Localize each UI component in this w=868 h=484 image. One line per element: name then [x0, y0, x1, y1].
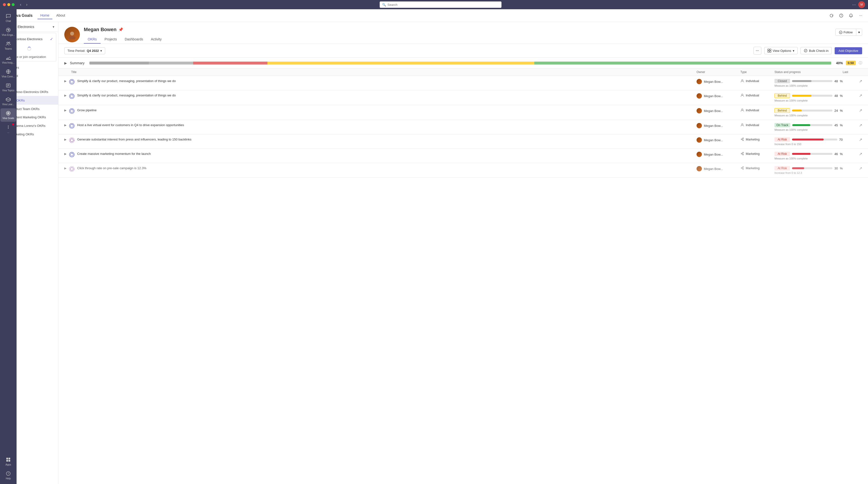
- time-period-button[interactable]: Time Period: Q4 2022 ▾: [64, 47, 105, 54]
- progress-pct: 48: [834, 94, 838, 98]
- notifications-icon[interactable]: [847, 12, 855, 19]
- tab-okrs[interactable]: OKRs: [84, 35, 101, 43]
- tab-dashboards[interactable]: Dashboards: [121, 35, 147, 43]
- okr-status: At Risk 46% Measure as 100% complete: [774, 152, 843, 160]
- okr-goal-icon: [69, 123, 75, 129]
- sidebar-item-viva-connections[interactable]: Viva Conn...: [0, 67, 16, 80]
- sidebar-item-viva-goals[interactable]: Viva Goals: [0, 108, 16, 122]
- svg-point-75: [8, 127, 9, 128]
- row-chevron[interactable]: ▶: [64, 108, 66, 112]
- sidebar-item-more[interactable]: ...: [0, 122, 16, 136]
- okr-action: ↗: [843, 137, 862, 142]
- back-button[interactable]: ‹: [19, 2, 23, 7]
- checkin-arrow[interactable]: ↗: [859, 166, 862, 171]
- bulk-checkin-button[interactable]: Bulk Check-in: [801, 47, 832, 54]
- svg-point-41: [70, 139, 73, 142]
- tab-projects[interactable]: Projects: [101, 35, 121, 43]
- okr-title-cell: ▶ Grow pipeline: [64, 108, 696, 114]
- svg-rect-80: [8, 460, 10, 461]
- checkin-arrow[interactable]: ↗: [859, 137, 862, 142]
- sidebar-item-viva-topics[interactable]: Viva Topics: [0, 80, 16, 94]
- checkin-arrow[interactable]: ↗: [859, 93, 862, 98]
- okr-owner: Megan Bow...: [696, 108, 740, 114]
- svg-point-49: [741, 153, 742, 154]
- follow-caret-button[interactable]: ▾: [856, 29, 862, 36]
- sidebar-item-chat[interactable]: Chat: [0, 11, 16, 25]
- checkin-arrow[interactable]: ↗: [859, 152, 862, 156]
- more-options-icon[interactable]: ···: [852, 2, 856, 7]
- summary-bar: [89, 62, 831, 65]
- info-icon[interactable]: ⓘ: [859, 61, 862, 65]
- header-actions: ? ···: [828, 12, 864, 19]
- svg-point-38: [70, 124, 73, 127]
- summary-chevron[interactable]: ▶: [64, 61, 67, 65]
- refresh-icon[interactable]: [828, 12, 835, 19]
- forward-button[interactable]: ›: [25, 2, 29, 7]
- search-bar[interactable]: 🔍: [380, 1, 501, 8]
- okr-goal-icon: [69, 137, 75, 143]
- sidebar-item-viva-engage[interactable]: Viva Enga...: [0, 25, 16, 38]
- okr-action: ↗: [843, 152, 862, 156]
- col-header-type: Type: [740, 70, 774, 74]
- checkin-arrow[interactable]: ↗: [859, 123, 862, 128]
- col-header-status: Status and progress: [774, 70, 843, 74]
- sidebar-item-viva-learning[interactable]: Viva Lear...: [0, 94, 16, 108]
- apps-icon: [5, 457, 11, 462]
- checkin-arrow[interactable]: ↗: [859, 108, 862, 113]
- title-bar: ‹ › 🔍 ··· M: [0, 0, 868, 9]
- chat-label: Chat: [6, 20, 11, 23]
- header-more-icon[interactable]: ···: [857, 12, 864, 19]
- row-chevron[interactable]: ▶: [64, 138, 66, 141]
- view-options-chevron: ▾: [793, 49, 795, 53]
- okr-owner: Megan Bow...: [696, 137, 740, 143]
- okr-action: ↗: [843, 166, 862, 171]
- measure-text: Increase from 0 to 12.3: [774, 171, 843, 174]
- toolbar-more-button[interactable]: ···: [753, 47, 761, 55]
- sidebar-item-teams[interactable]: Teams: [0, 39, 16, 52]
- profile-header: Megan Bowen 📌 OKRs Projects Dashboards A…: [58, 22, 868, 44]
- close-button[interactable]: [3, 3, 6, 6]
- row-chevron[interactable]: ▶: [64, 79, 66, 83]
- view-options-button[interactable]: View Options ▾: [764, 47, 798, 54]
- user-avatar[interactable]: M: [858, 1, 865, 8]
- follow-button-group[interactable]: Follow ▾: [835, 29, 862, 36]
- sidebar-item-viva-insights[interactable]: Viva Insig...: [0, 53, 16, 66]
- table-row: ▶ Simplify & clarify our product, messag…: [58, 90, 868, 105]
- svg-point-20: [70, 32, 74, 36]
- tab-activity[interactable]: Activity: [147, 35, 165, 43]
- org-selector-chevron: ▾: [53, 25, 54, 29]
- table-header: Title Owner Type Status and progress Las…: [58, 68, 868, 76]
- table-row: ▶ Simplify & clarify our product, messag…: [58, 76, 868, 90]
- measure-text: Measure as 100% complete: [774, 157, 843, 160]
- nav-about[interactable]: About: [53, 12, 68, 19]
- svg-point-44: [743, 140, 744, 141]
- owner-avatar: [696, 123, 702, 128]
- checkin-arrow[interactable]: ↗: [859, 79, 862, 84]
- row-chevron[interactable]: ▶: [64, 166, 66, 170]
- traffic-lights: [3, 3, 14, 6]
- org-name: Contoso Electronics: [14, 37, 48, 41]
- progress-pct: 48: [834, 79, 838, 83]
- follow-button[interactable]: Follow: [836, 29, 856, 36]
- row-chevron[interactable]: ▶: [64, 123, 66, 127]
- row-chevron[interactable]: ▶: [64, 94, 66, 97]
- row-chevron[interactable]: ▶: [64, 152, 66, 156]
- owner-avatar: [696, 79, 702, 84]
- sidebar-item-help[interactable]: ? Help: [0, 469, 16, 482]
- measure-text: Increase from 0 to 150: [774, 143, 843, 146]
- maximize-button[interactable]: [12, 3, 14, 6]
- status-badge: At Risk: [774, 166, 790, 170]
- sidebar-item-apps[interactable]: Apps: [0, 455, 16, 468]
- add-objective-button[interactable]: Add Objective: [835, 47, 862, 54]
- measure-text: Measure as 100% complete: [774, 99, 843, 102]
- search-input[interactable]: [388, 3, 499, 7]
- okr-action: ↗: [843, 93, 862, 98]
- help-icon[interactable]: ?: [838, 12, 845, 19]
- okr-type: Individual: [740, 93, 774, 97]
- status-badge: Behind: [774, 108, 790, 113]
- status-badge: Closed: [774, 79, 790, 83]
- minimize-button[interactable]: [7, 3, 10, 6]
- okr-status: At Risk 30% Increase from 0 to 12.3: [774, 166, 843, 174]
- nav-home[interactable]: Home: [37, 12, 52, 19]
- bar-segment-yellow: [268, 62, 534, 65]
